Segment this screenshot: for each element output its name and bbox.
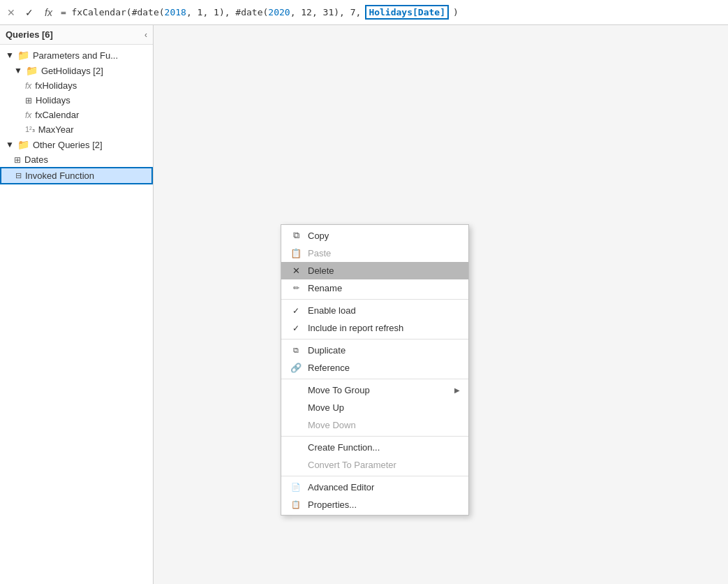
folder-icon: 📁 [17,50,29,61]
context-menu-copy[interactable]: ⧉ Copy [281,226,468,244]
context-menu-paste[interactable]: 📋 Paste [281,244,468,262]
context-menu-move-down[interactable]: Move Down [281,416,468,434]
separator-3 [281,379,468,379]
duplicate-icon: ⧉ [290,346,302,355]
fx-icon: fx [25,110,31,120]
advanced-editor-label: Advanced Editor [308,482,460,492]
sidebar-item-label: Parameters and Fu... [33,50,118,61]
sidebar-item-holidays[interactable]: ⊞ Holidays [0,93,153,108]
sidebar-item-label: Other Queries [2] [33,140,103,150]
separator-1 [281,299,468,300]
triangle-icon: ▼ [14,66,22,75]
fx-label: fx [40,6,57,20]
context-menu-convert-param[interactable]: Convert To Parameter [281,456,468,474]
sidebar-item-invoked-function[interactable]: ⊟ Invoked Function [0,167,153,184]
sidebar-item-params-group[interactable]: ▼ 📁 Parameters and Fu... [0,48,153,63]
duplicate-label: Duplicate [308,345,460,356]
properties-icon: 📋 [290,500,302,509]
convert-param-label: Convert To Parameter [308,460,460,470]
context-menu-advanced-editor[interactable]: 📄 Advanced Editor [281,479,468,496]
context-menu-move-up[interactable]: Move Up [281,399,468,416]
include-refresh-label: Include in report refresh [308,323,460,333]
cancel-button[interactable]: ✕ [4,6,18,20]
delete-label: Delete [308,265,460,276]
sidebar-item-maxyear[interactable]: 1²₃ MaxYear [0,122,153,137]
delete-icon: ✕ [290,265,302,276]
copy-icon: ⧉ [290,230,302,241]
formula-text: = fxCalendar(#date(2018, 1, 1), #date(20… [61,7,362,17]
confirm-button[interactable]: ✓ [22,6,36,20]
separator-5 [281,476,468,476]
param-icon: 1²₃ [25,125,35,134]
context-menu-include-refresh[interactable]: ✓ Include in report refresh [281,319,468,337]
sidebar-item-getholidays-group[interactable]: ▼ 📁 GetHolidays [2] [0,63,153,78]
paste-icon: 📋 [290,248,302,258]
sidebar-item-fxcalendar[interactable]: fx fxCalendar [0,108,153,122]
invoked-icon: ⊟ [15,171,22,180]
main-area: Queries [6] ‹ ▼ 📁 Parameters and Fu... ▼… [0,25,728,584]
rename-icon: ✏ [290,284,302,293]
reference-icon: 🔗 [290,363,302,373]
sidebar-item-label: MaxYear [38,124,74,135]
formula-highlighted-token: Holidays[Date] [365,5,449,20]
table-icon: ⊞ [25,96,32,105]
context-menu-duplicate[interactable]: ⧉ Duplicate [281,342,468,359]
context-menu-delete[interactable]: ✕ Delete [281,262,468,279]
sidebar-item-label: GetHolidays [2] [41,66,103,76]
sidebar-item-label: fxCalendar [35,110,79,120]
sidebar-item-dates[interactable]: ⊞ Dates [0,152,153,167]
move-up-label: Move Up [308,402,460,413]
folder-icon: 📁 [26,65,38,76]
context-menu-properties[interactable]: 📋 Properties... [281,496,468,513]
sidebar-item-other-group[interactable]: ▼ 📁 Other Queries [2] [0,137,153,152]
formula-closing: ) [453,7,459,17]
create-function-label: Create Function... [308,442,460,453]
sidebar-content: ▼ 📁 Parameters and Fu... ▼ 📁 GetHolidays… [0,45,153,584]
sidebar-item-label: Invoked Function [25,170,94,181]
advanced-editor-icon: 📄 [290,483,302,492]
context-menu: ⧉ Copy 📋 Paste ✕ Delete ✏ Rename ✓ [281,224,469,516]
collapse-button[interactable]: ‹ [144,30,147,40]
check-icon: ✓ [290,306,302,316]
context-menu-move-to-group[interactable]: Move To Group ▶ [281,381,468,399]
queries-panel: Queries [6] ‹ ▼ 📁 Parameters and Fu... ▼… [0,25,154,584]
context-menu-enable-load[interactable]: ✓ Enable load [281,302,468,319]
sidebar-item-label: Dates [24,154,48,165]
fx-icon: fx [25,81,31,91]
sidebar-item-label: fxHolidays [35,80,77,91]
folder-icon: 📁 [17,139,29,150]
separator-2 [281,339,468,340]
submenu-arrow-icon: ▶ [454,386,460,394]
triangle-icon: ▼ [6,50,14,60]
paste-label: Paste [308,248,460,258]
reference-label: Reference [308,363,460,373]
copy-label: Copy [308,231,460,241]
triangle-icon: ▼ [6,140,14,149]
context-menu-create-function[interactable]: Create Function... [281,439,468,456]
move-to-group-label: Move To Group [308,385,449,395]
enable-load-label: Enable load [308,305,460,316]
move-down-label: Move Down [308,420,460,430]
sidebar-item-fxholidays[interactable]: fx fxHolidays [0,78,153,93]
sidebar-header: Queries [6] ‹ [0,25,153,45]
separator-4 [281,436,468,437]
sidebar-title: Queries [6] [6,29,53,40]
context-menu-reference[interactable]: 🔗 Reference [281,359,468,377]
rename-label: Rename [308,283,460,293]
context-menu-rename[interactable]: ✏ Rename [281,279,468,297]
properties-label: Properties... [308,499,460,510]
table-icon: ⊞ [14,155,21,165]
formula-bar: ✕ ✓ fx = fxCalendar(#date(2018, 1, 1), #… [0,0,728,25]
content-area: ⧉ Copy 📋 Paste ✕ Delete ✏ Rename ✓ [154,25,728,584]
sidebar-item-label: Holidays [36,95,70,105]
check-icon: ✓ [290,323,302,333]
